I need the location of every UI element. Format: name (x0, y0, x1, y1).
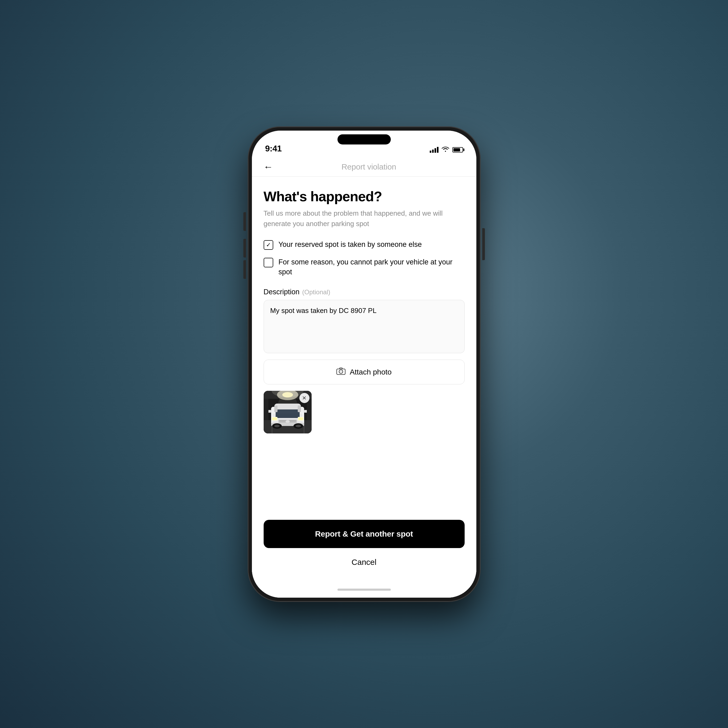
attach-photo-button[interactable]: Attach photo (264, 359, 465, 384)
screen-content: ← Report violation What's happened? Tell… (252, 157, 476, 598)
page-subtitle: Tell us more about the problem that happ… (264, 208, 465, 229)
photo-thumbnail: ✕ (264, 391, 312, 433)
checkbox-item-2[interactable]: For some reason, you cannot park your ve… (264, 257, 465, 277)
cancel-button[interactable]: Cancel (264, 554, 465, 571)
svg-rect-32 (264, 399, 268, 420)
phone-frame: 9:41 ← (248, 127, 480, 601)
description-optional: (Optional) (302, 288, 330, 296)
svg-rect-16 (298, 405, 301, 412)
wifi-icon (442, 146, 449, 153)
svg-rect-24 (298, 418, 303, 420)
svg-rect-14 (274, 404, 301, 410)
signal-bars-icon (430, 147, 439, 153)
svg-point-31 (296, 425, 301, 427)
home-bar (338, 589, 391, 591)
attach-photo-label: Attach photo (350, 368, 392, 376)
nav-bar: ← Report violation (252, 157, 476, 177)
report-get-spot-button[interactable]: Report & Get another spot (264, 520, 465, 548)
checkbox-label-1: Your reserved spot is taken by someone e… (278, 240, 422, 250)
checkbox-2[interactable] (264, 258, 273, 268)
checkbox-group: ✓ Your reserved spot is taken by someone… (264, 240, 465, 277)
phone-screen: 9:41 ← (252, 131, 476, 598)
checkbox-item-1[interactable]: ✓ Your reserved spot is taken by someone… (264, 240, 465, 250)
svg-point-2 (340, 370, 342, 373)
svg-point-20 (286, 420, 290, 423)
battery-icon (453, 147, 463, 153)
status-icons (430, 146, 463, 153)
checkbox-label-2: For some reason, you cannot park your ve… (278, 257, 465, 277)
back-button[interactable]: ← (264, 162, 273, 172)
checkmark-icon: ✓ (266, 242, 271, 248)
description-label-row: Description (Optional) (264, 288, 465, 296)
status-time: 9:41 (265, 144, 282, 153)
camera-icon (336, 367, 346, 377)
description-textarea[interactable]: My spot was taken by DC 8907 PL (264, 300, 465, 353)
dynamic-island (338, 135, 391, 144)
svg-rect-23 (272, 418, 277, 420)
bottom-actions: Report & Get another spot Cancel (252, 520, 476, 582)
description-label: Description (264, 288, 300, 296)
page-title: What's happened? (264, 188, 465, 205)
main-content: What's happened? Tell us more about the … (252, 177, 476, 520)
svg-rect-15 (274, 405, 277, 412)
checkbox-1[interactable]: ✓ (264, 240, 273, 250)
nav-title: Report violation (273, 162, 465, 171)
remove-photo-button[interactable]: ✕ (299, 393, 309, 403)
home-indicator (252, 582, 476, 598)
svg-point-30 (274, 425, 280, 427)
